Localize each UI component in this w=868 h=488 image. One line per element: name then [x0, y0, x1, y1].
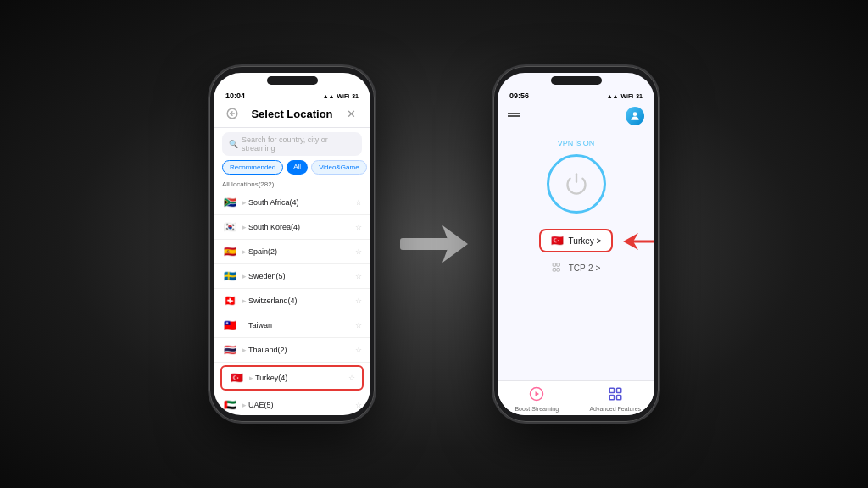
- scene: 10:04 ▲▲ WiFi 31: [0, 0, 868, 488]
- tab-all[interactable]: All: [287, 160, 308, 175]
- svg-rect-9: [553, 263, 556, 267]
- flag-switzerland: 🇨🇭: [222, 293, 237, 308]
- svg-rect-11: [553, 269, 556, 272]
- bottom-nav: Boost Streaming Advanced Features: [498, 380, 654, 415]
- nav-advanced-features[interactable]: Advanced Features: [576, 386, 655, 412]
- tab-recommended[interactable]: Recommended: [222, 160, 283, 175]
- all-locations-label: All locations(282): [214, 179, 370, 191]
- phone2: 09:56 ▲▲ WiFi 31: [493, 66, 659, 422]
- location-name: Thailand(2): [248, 346, 355, 354]
- svg-rect-12: [557, 269, 560, 272]
- svg-point-6: [633, 112, 637, 116]
- list-item[interactable]: 🇹🇼 ▸ Taiwan ☆: [214, 313, 370, 338]
- select-location-header: Select Location ✕: [214, 103, 370, 128]
- status-time-1: 10:04: [225, 92, 245, 100]
- search-icon: 🔍: [229, 140, 238, 148]
- back-icon[interactable]: [224, 105, 241, 122]
- dynamic-island: [267, 76, 318, 85]
- star-icon[interactable]: ☆: [355, 297, 362, 305]
- red-arrow-annotation-2: [623, 230, 654, 256]
- flag-spain: 🇪🇸: [222, 244, 237, 259]
- star-icon[interactable]: ☆: [355, 346, 362, 354]
- boost-streaming-label: Boost Streaming: [515, 406, 559, 412]
- location-name: Taiwan: [248, 321, 355, 330]
- star-icon[interactable]: ☆: [355, 272, 362, 280]
- nav-boost-streaming[interactable]: Boost Streaming: [498, 386, 576, 412]
- star-icon[interactable]: ☆: [355, 198, 362, 207]
- location-name-turkey: Turkey(4): [255, 374, 348, 382]
- search-placeholder: Search for country, city or streaming: [242, 136, 355, 152]
- protocol-text: TCP-2 >: [569, 263, 601, 273]
- svg-rect-15: [609, 388, 614, 392]
- protocol-selector[interactable]: TCP-2 >: [542, 258, 611, 278]
- advanced-features-label: Advanced Features: [589, 406, 641, 412]
- selected-flag: 🇹🇷: [551, 235, 564, 247]
- phone1-content: Select Location ✕ 🔍 Search for country, …: [214, 103, 370, 415]
- location-list: 🇿🇦 ▸ South Africa(4) ☆ 🇰🇷 ▸ South Korea(…: [214, 191, 370, 415]
- direction-arrow: [400, 219, 468, 269]
- svg-marker-14: [536, 391, 540, 396]
- turkey-list-item[interactable]: 🇹🇷 ▸ Turkey(4) ☆: [220, 365, 364, 391]
- flag-south-korea: 🇰🇷: [222, 219, 237, 235]
- svg-rect-16: [616, 388, 620, 392]
- location-name: Switzerland(4): [248, 297, 355, 305]
- star-icon[interactable]: ☆: [355, 321, 362, 330]
- protocol-icon: [552, 262, 564, 274]
- hamburger-menu[interactable]: [508, 113, 520, 120]
- flag-thailand: 🇹🇭: [222, 342, 237, 358]
- list-item[interactable]: 🇦🇪 ▸ UAE(5) ☆: [214, 393, 370, 415]
- svg-rect-17: [609, 396, 614, 400]
- avatar[interactable]: [626, 107, 644, 125]
- star-icon[interactable]: ☆: [355, 401, 362, 409]
- vpn-status-label: VPN is ON: [558, 139, 595, 147]
- selected-location-text: Turkey >: [569, 236, 602, 246]
- flag-taiwan: 🇹🇼: [222, 318, 237, 333]
- svg-rect-5: [400, 238, 449, 250]
- list-item[interactable]: 🇹🇭 ▸ Thailand(2) ☆: [214, 338, 370, 363]
- svg-rect-10: [557, 263, 560, 267]
- flag-uae: 🇦🇪: [222, 397, 237, 413]
- turkey-selector-wrapper: 🇹🇷 Turkey >: [539, 229, 614, 258]
- star-icon[interactable]: ☆: [355, 223, 362, 231]
- dynamic-island-2: [551, 76, 602, 85]
- star-icon[interactable]: ☆: [348, 374, 355, 382]
- flag-sweden: 🇸🇪: [222, 269, 237, 284]
- boost-streaming-icon: [529, 386, 544, 404]
- search-bar[interactable]: 🔍 Search for country, city or streaming: [222, 132, 362, 156]
- list-item[interactable]: 🇨🇭 ▸ Switzerland(4) ☆: [214, 289, 370, 313]
- location-name: Sweden(5): [248, 272, 355, 280]
- flag-turkey: 🇹🇷: [229, 370, 244, 385]
- phone1: 10:04 ▲▲ WiFi 31: [209, 66, 375, 422]
- star-icon[interactable]: ☆: [355, 247, 362, 256]
- tab-video-game[interactable]: Video&Game: [311, 160, 366, 175]
- status-icons-2: ▲▲ WiFi 31: [607, 93, 643, 99]
- phone2-screen: 09:56 ▲▲ WiFi 31: [498, 73, 654, 415]
- location-name: Spain(2): [248, 247, 355, 256]
- location-name: UAE(5): [248, 401, 355, 409]
- power-icon: [565, 172, 588, 196]
- list-item[interactable]: 🇸🇪 ▸ Sweden(5) ☆: [214, 264, 370, 289]
- spacer: [498, 286, 654, 380]
- location-name: South Korea(4): [248, 223, 355, 231]
- list-item[interactable]: 🇰🇷 ▸ South Korea(4) ☆: [214, 215, 370, 240]
- advanced-features-icon: [608, 386, 623, 404]
- phone1-screen: 10:04 ▲▲ WiFi 31: [214, 73, 370, 415]
- vpn-power-circle[interactable]: [547, 154, 606, 214]
- status-icons-1: ▲▲ WiFi 31: [323, 93, 359, 99]
- location-selector[interactable]: 🇹🇷 Turkey >: [539, 229, 614, 252]
- location-name: South Africa(4): [248, 198, 355, 207]
- filter-tabs: Recommended All Video&Game: [222, 160, 362, 175]
- select-location-title: Select Location: [251, 108, 332, 120]
- vpn-main: VPN is ON 🇹🇷 Turkey >: [498, 130, 654, 286]
- list-item[interactable]: 🇪🇸 ▸ Spain(2) ☆: [214, 240, 370, 264]
- vpn-header: [498, 103, 654, 130]
- arrow-svg: [400, 219, 468, 269]
- svg-rect-18: [616, 396, 620, 400]
- status-time-2: 09:56: [509, 92, 529, 100]
- phone2-content: VPN is ON 🇹🇷 Turkey >: [498, 103, 654, 415]
- close-button[interactable]: ✕: [343, 105, 360, 122]
- flag-south-africa: 🇿🇦: [222, 195, 237, 210]
- list-item[interactable]: 🇿🇦 ▸ South Africa(4) ☆: [214, 191, 370, 215]
